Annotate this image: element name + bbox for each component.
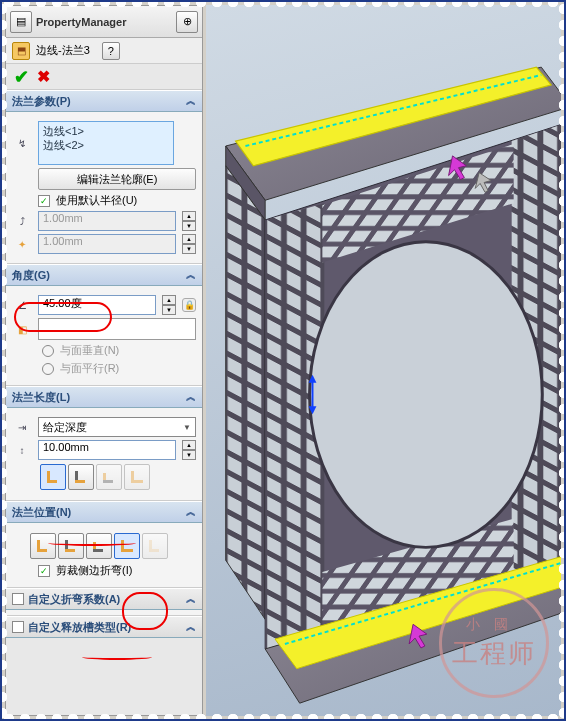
position-tangent	[142, 533, 168, 559]
feature-name-row: ⬒ 边线-法兰3 ?	[6, 38, 202, 64]
section-header-length[interactable]: 法兰长度(L)︽	[6, 386, 202, 408]
chevron-up-icon: ︽	[186, 592, 196, 606]
graphics-viewport[interactable]: 小國 工程师	[206, 5, 561, 716]
length-input[interactable]: 10.00mm	[38, 440, 176, 460]
chevron-up-icon: ︽	[186, 268, 196, 282]
radius2-input: 1.00mm	[38, 234, 176, 254]
edge-selection-icon: ↯	[12, 133, 32, 153]
pin-button[interactable]: ⊕	[176, 11, 198, 33]
position-material-outside[interactable]	[58, 533, 84, 559]
section-header-params[interactable]: 法兰参数(P)︽	[6, 90, 202, 112]
chevron-up-icon: ︽	[186, 620, 196, 634]
chevron-up-icon: ︽	[186, 390, 196, 404]
lock-icon[interactable]: 🔒	[182, 298, 196, 312]
svg-point-14	[310, 242, 543, 548]
section-body-angle: ∠ 45.00度 ▲▼ 🔒 ◧ 与面垂直(N) 与面平行(R)	[6, 286, 202, 386]
use-default-radius-checkbox[interactable]: ✓	[38, 195, 50, 207]
length-type-1[interactable]	[40, 464, 66, 490]
custom-bend-checkbox[interactable]: ✓	[12, 593, 24, 605]
section-header-custom-bend[interactable]: ✓ 自定义折弯系数(A)︽	[6, 588, 202, 610]
panel-title: PropertyManager	[36, 16, 126, 28]
property-manager-panel: ▤ PropertyManager ⊕ ⬒ 边线-法兰3 ? ✔ ✖ 法兰参数(…	[5, 5, 203, 716]
face-ref-icon: ◧	[12, 319, 32, 339]
list-item[interactable]: 边线<1>	[43, 124, 169, 138]
length-type-3	[96, 464, 122, 490]
length-type-4	[124, 464, 150, 490]
section-body-position: ✓ 剪裁侧边折弯(I)	[6, 523, 202, 588]
radio-perpendicular-label: 与面垂直(N)	[60, 343, 119, 358]
trim-side-bends-label: 剪裁侧边折弯(I)	[56, 563, 132, 578]
angle-spinner[interactable]: ▲▼	[162, 295, 176, 315]
angle-icon: ∠	[12, 295, 32, 315]
length-spinner[interactable]: ▲▼	[182, 440, 196, 460]
svg-marker-8	[226, 166, 265, 620]
length-type-strip	[40, 464, 196, 490]
edit-profile-button[interactable]: 编辑法兰轮廓(E)	[38, 168, 196, 190]
flange-feature-icon: ⬒	[12, 42, 30, 60]
section-body-length: ⇥ 给定深度▼ ↕ 10.00mm ▲▼	[6, 408, 202, 501]
radio-parallel-label: 与面平行(R)	[60, 361, 119, 376]
bend-radius-icon: ⤴	[12, 211, 32, 231]
trim-side-bends-checkbox[interactable]: ✓	[38, 565, 50, 577]
radius1-spinner[interactable]: ▲▼	[182, 211, 196, 231]
radius2-spinner[interactable]: ▲▼	[182, 234, 196, 254]
help-button[interactable]: ?	[102, 42, 120, 60]
end-condition-icon: ⇥	[12, 417, 32, 437]
radio-perpendicular	[42, 345, 54, 357]
angle-input[interactable]: 45.00度	[38, 295, 156, 315]
section-header-position[interactable]: 法兰位置(N)︽	[6, 501, 202, 523]
cancel-button[interactable]: ✖	[37, 67, 50, 86]
length-type-2[interactable]	[68, 464, 94, 490]
radio-parallel	[42, 363, 54, 375]
chevron-up-icon: ︽	[186, 94, 196, 108]
position-bend-outside[interactable]	[86, 533, 112, 559]
section-body-params: ↯ 边线<1> 边线<2> 编辑法兰轮廓(E) ✓ 使用默认半径(U) ⤴ 1.…	[6, 112, 202, 264]
position-virtual-sharp[interactable]	[114, 533, 140, 559]
section-header-angle[interactable]: 角度(G)︽	[6, 264, 202, 286]
custom-relief-checkbox[interactable]: ✓	[12, 621, 24, 633]
radius1-input: 1.00mm	[38, 211, 176, 231]
length-icon: ↕	[12, 440, 32, 460]
list-item[interactable]: 边线<2>	[43, 138, 169, 152]
ok-button[interactable]: ✔	[14, 66, 29, 88]
position-material-inside[interactable]	[30, 533, 56, 559]
face-ref-input[interactable]	[38, 318, 196, 340]
confirm-row: ✔ ✖	[6, 64, 202, 90]
watermark: 小國 工程师	[439, 588, 549, 698]
panel-titlebar: ▤ PropertyManager ⊕	[6, 6, 202, 38]
position-type-strip	[30, 533, 196, 559]
feature-name: 边线-法兰3	[36, 43, 90, 58]
chevron-up-icon: ︽	[186, 505, 196, 519]
gap-icon: ✦	[12, 234, 32, 254]
end-condition-dropdown[interactable]: 给定深度▼	[38, 417, 196, 437]
use-default-radius-label: 使用默认半径(U)	[56, 193, 137, 208]
chevron-down-icon: ▼	[183, 423, 191, 432]
menu-button[interactable]: ▤	[10, 11, 32, 33]
edge-list[interactable]: 边线<1> 边线<2>	[38, 121, 174, 165]
section-header-custom-relief[interactable]: ✓ 自定义释放槽类型(R)︽	[6, 616, 202, 638]
